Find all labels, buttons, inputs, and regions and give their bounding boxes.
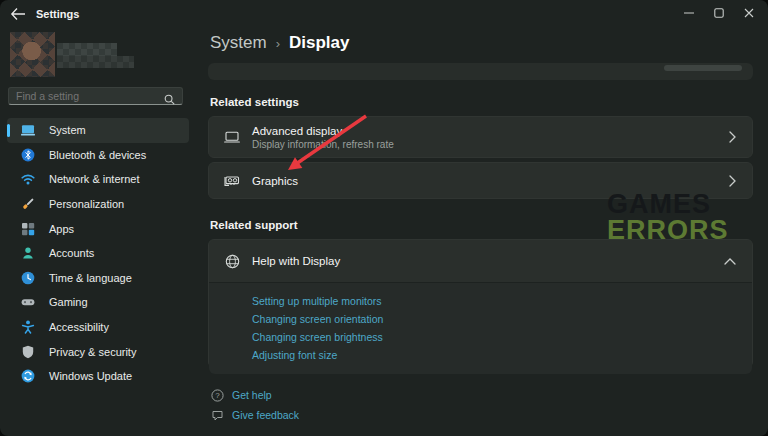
sidebar-item-label: Personalization	[49, 198, 124, 210]
scrollbar-thumb[interactable]	[664, 65, 742, 71]
sidebar-item-windows-update[interactable]: Windows Update	[7, 364, 189, 389]
help-link-screen-orientation[interactable]: Changing screen orientation	[252, 310, 752, 328]
sidebar-item-accounts[interactable]: Accounts	[7, 241, 189, 266]
sidebar-item-network[interactable]: Network & internet	[7, 167, 189, 192]
email-redacted	[57, 56, 134, 68]
search-icon	[164, 91, 175, 109]
sidebar: System Bluetooth & devices Network & int…	[0, 30, 196, 436]
sidebar-item-label: Privacy & security	[49, 346, 136, 358]
sidebar-item-privacy[interactable]: Privacy & security	[7, 339, 189, 364]
person-icon	[20, 245, 36, 261]
help-card-title: Help with Display	[252, 255, 340, 267]
maximize-icon	[714, 8, 724, 18]
window-title: Settings	[36, 8, 79, 20]
scrolled-card-fragment[interactable]	[208, 63, 753, 80]
system-icon	[20, 122, 36, 138]
apps-icon	[20, 221, 36, 237]
close-button[interactable]	[734, 0, 764, 26]
breadcrumb: System › Display	[210, 33, 350, 53]
sidebar-item-label: Accessibility	[49, 321, 109, 333]
help-link-multiple-monitors[interactable]: Setting up multiple monitors	[252, 292, 752, 310]
sidebar-item-label: Time & language	[49, 272, 132, 284]
page-title: Display	[289, 33, 349, 53]
game-controller-icon	[20, 294, 36, 310]
breadcrumb-parent[interactable]: System	[210, 33, 267, 53]
sidebar-item-label: Gaming	[49, 296, 88, 308]
sidebar-item-accessibility[interactable]: Accessibility	[7, 315, 189, 340]
shield-icon	[20, 344, 36, 360]
chevron-right-icon	[729, 131, 736, 143]
sidebar-item-label: Windows Update	[49, 370, 132, 382]
minimize-icon	[684, 8, 694, 18]
search-box[interactable]	[8, 87, 183, 105]
bluetooth-icon	[20, 147, 36, 163]
related-settings-heading: Related settings	[210, 96, 299, 108]
settings-window: Settings	[0, 0, 768, 436]
accessibility-person-icon	[20, 319, 36, 335]
sidebar-item-system[interactable]: System	[7, 118, 189, 143]
sidebar-item-time-language[interactable]: Time & language	[7, 266, 189, 291]
card-title: Advanced display	[252, 125, 394, 137]
card-title: Graphics	[252, 175, 298, 187]
monitor-icon	[222, 127, 242, 147]
related-support-heading: Related support	[210, 219, 298, 231]
help-with-display-card: Help with Display Setting up multiple mo…	[208, 239, 753, 368]
svg-text:?: ?	[215, 391, 220, 400]
give-feedback-label: Give feedback	[232, 409, 299, 421]
help-link-screen-brightness[interactable]: Changing screen brightness	[252, 328, 752, 346]
search-input[interactable]	[16, 89, 161, 103]
username-redacted	[57, 43, 117, 56]
close-icon	[744, 8, 754, 18]
sidebar-item-apps[interactable]: Apps	[7, 216, 189, 241]
sidebar-item-personalization[interactable]: Personalization	[7, 192, 189, 217]
avatar	[10, 32, 55, 77]
back-arrow-icon	[10, 7, 26, 21]
get-help-label: Get help	[232, 389, 272, 401]
minimize-button[interactable]	[674, 0, 704, 26]
update-refresh-icon	[20, 368, 36, 384]
sidebar-item-label: Accounts	[49, 247, 94, 259]
chevron-right-icon	[729, 175, 736, 187]
chevron-up-icon[interactable]	[724, 258, 736, 265]
clock-icon	[20, 270, 36, 286]
help-expander-header[interactable]: Help with Display	[209, 240, 752, 282]
sidebar-item-label: Network & internet	[49, 173, 139, 185]
back-button[interactable]	[10, 7, 32, 23]
breadcrumb-separator: ›	[276, 36, 280, 51]
titlebar: Settings	[0, 0, 768, 30]
paintbrush-icon	[20, 196, 36, 212]
give-feedback-link[interactable]: Give feedback	[210, 408, 299, 422]
maximize-button[interactable]	[704, 0, 734, 26]
sidebar-item-label: System	[49, 124, 86, 136]
sidebar-item-gaming[interactable]: Gaming	[7, 290, 189, 315]
globe-icon	[222, 251, 242, 271]
get-help-link[interactable]: ? Get help	[210, 388, 272, 402]
sidebar-item-label: Bluetooth & devices	[49, 149, 146, 161]
graphics-card[interactable]: Graphics	[208, 162, 753, 199]
wifi-icon	[20, 171, 36, 187]
question-icon: ?	[210, 388, 224, 402]
selection-indicator	[7, 124, 10, 137]
advanced-display-card[interactable]: Advanced display Display information, re…	[208, 116, 753, 158]
help-link-font-size[interactable]: Adjusting font size	[252, 346, 752, 364]
sidebar-item-label: Apps	[49, 223, 74, 235]
help-links-panel: Setting up multiple monitors Changing sc…	[209, 282, 752, 374]
gpu-icon	[222, 171, 242, 191]
sidebar-nav: System Bluetooth & devices Network & int…	[0, 118, 196, 389]
sidebar-item-bluetooth[interactable]: Bluetooth & devices	[7, 143, 189, 168]
card-subtitle: Display information, refresh rate	[252, 139, 394, 150]
feedback-icon	[210, 408, 224, 422]
